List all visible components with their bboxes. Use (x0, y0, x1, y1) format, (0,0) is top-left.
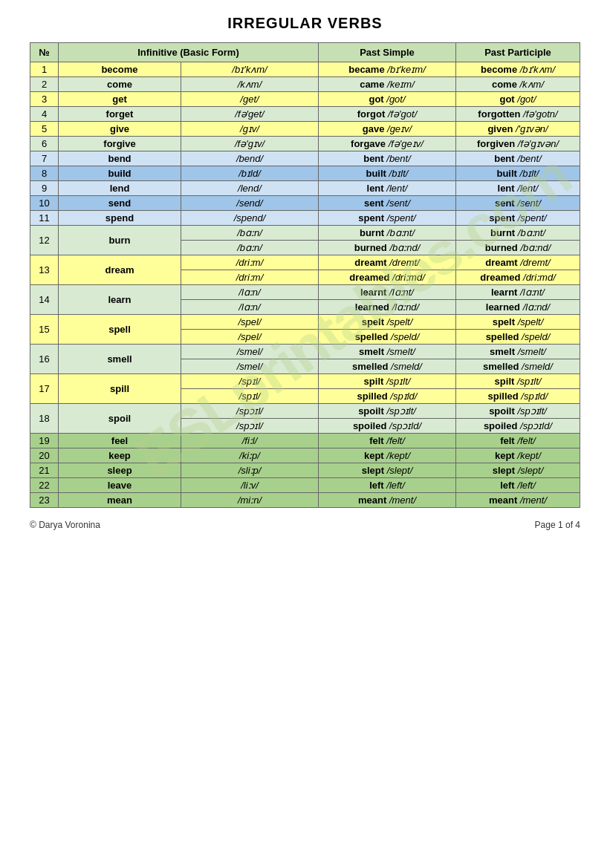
table-row: 15spell/spel/spelt /spelt/spelt /spelt/ (30, 315, 580, 330)
table-row: 13dream/driːm/dreamt /dremt/dreamt /drem… (30, 255, 580, 270)
table-row: 2come/kʌm/came /keɪm/come /kʌm/ (30, 77, 580, 92)
table-row: 20keep/kiːp/kept /kept/kept /kept/ (30, 448, 580, 463)
table-row: 6forgive/fə'gɪv/forgave /fə'geɪv/forgive… (30, 137, 580, 151)
table-row: 21sleep/sliːp/slept /slept/slept /slept/ (30, 463, 580, 478)
table-row: 23mean/miːn/meant /ment/meant /ment/ (30, 493, 580, 508)
copyright: © Darya Voronina (30, 520, 100, 530)
table-row: 9lend/lend/lent /lent/lent /lent/ (30, 181, 580, 196)
page-number: Page 1 of 4 (535, 520, 580, 530)
table-row: 18spoil/spɔɪl/spoilt /spɔɪlt/spoilt /spɔ… (30, 404, 580, 419)
table-row: 12burn/bɑːn/burnt /bɑːnt/burnt /bɑːnt/ (30, 226, 580, 241)
table-row: 22leave/liːv/left /left/left /left/ (30, 478, 580, 493)
table-row: 8build/bɪld/built /bɪlt/built /bɪlt/ (30, 166, 580, 181)
table-row: 19feel/fiːl/felt /felt/felt /felt/ (30, 434, 580, 448)
header-past-simple: Past Simple (319, 43, 456, 62)
page-title: IRREGULAR VERBS (30, 15, 580, 32)
table-row: 16smell/smel/smelt /smelt/smelt /smelt/ (30, 345, 580, 359)
table-row: 7bend/bend/bent /bent/bent /bent/ (30, 151, 580, 166)
table-row: 3get/get/got /got/got /got/ (30, 92, 580, 107)
table-row: 14learn/lɑːn/learnt /lɑːnt/learnt /lɑːnt… (30, 285, 580, 300)
header-infinitive: Infinitive (Basic Form) (59, 43, 319, 62)
header-past-participle: Past Participle (456, 43, 580, 62)
header-num: № (30, 43, 59, 62)
table-row: 11spend/spend/spent /spent/spent /spent/ (30, 211, 580, 226)
table-row: 17spill/spɪl/spilt /spɪlt/spilt /spɪlt/ (30, 374, 580, 389)
table-row: 5give/gɪv/gave /geɪv/given /'gɪvən/ (30, 122, 580, 137)
irregular-verbs-table: №Infinitive (Basic Form)Past SimplePast … (30, 42, 580, 508)
table-row: 4forget/fə'get/forgot /fə'got/forgotten … (30, 107, 580, 122)
table-row: 10send/send/sent /sent/sent /sent/ (30, 196, 580, 211)
table-row: 1become/bɪ'kʌm/became /bɪ'keɪm/become /b… (30, 62, 580, 77)
footer: © Darya Voronina Page 1 of 4 (30, 520, 580, 530)
